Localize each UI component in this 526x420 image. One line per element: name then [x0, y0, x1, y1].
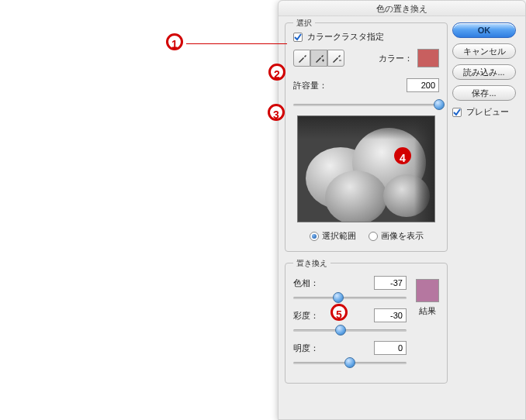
lightness-input[interactable] — [374, 341, 407, 355]
annotation-marker-5: 5 — [330, 304, 348, 321]
tolerance-input[interactable] — [407, 78, 439, 92]
selection-preview — [297, 115, 435, 222]
result-label: 結果 — [416, 305, 439, 317]
selection-legend: 選択 — [293, 18, 315, 29]
tolerance-slider[interactable] — [293, 98, 439, 111]
hue-input[interactable] — [374, 276, 407, 290]
dialog-title: 色の置き換え — [279, 1, 525, 16]
annotation-marker-4: 4 — [394, 147, 411, 164]
replace-legend: 置き換え — [293, 258, 330, 269]
radio-show-image[interactable]: 画像を表示 — [369, 230, 424, 242]
saturation-input[interactable] — [374, 308, 407, 322]
eyedropper-subtract-tool[interactable] — [327, 50, 344, 67]
preview-checkbox[interactable] — [452, 108, 462, 117]
radio-selection[interactable]: 選択範囲 — [310, 230, 356, 242]
tolerance-label: 許容量： — [293, 80, 327, 91]
eyedropper-add-tool[interactable] — [310, 50, 327, 67]
saturation-slider[interactable] — [293, 324, 407, 336]
replace-color-dialog: 色の置き換え 選択 カラークラスタ指定 — [278, 0, 526, 420]
annotation-marker-2: 2 — [268, 64, 285, 81]
hue-label: 色相： — [293, 277, 319, 289]
result-color-swatch[interactable] — [416, 279, 439, 302]
save-button[interactable]: 保存... — [452, 85, 516, 101]
annotation-line-1 — [186, 43, 287, 44]
hue-slider[interactable] — [293, 291, 407, 304]
color-cluster-checkbox[interactable] — [293, 33, 303, 42]
color-label: カラー： — [379, 53, 413, 64]
eyedropper-tool[interactable] — [293, 50, 310, 67]
replace-fieldset: 置き換え 色相： 彩度： — [285, 263, 448, 384]
lightness-label: 明度： — [293, 343, 319, 354]
source-color-swatch[interactable] — [417, 49, 439, 67]
cancel-button[interactable]: キャンセル — [452, 43, 516, 59]
selection-fieldset: 選択 カラークラスタ指定 — [285, 22, 448, 252]
color-cluster-label: カラークラスタ指定 — [307, 31, 384, 43]
annotation-marker-3: 3 — [268, 104, 285, 121]
preview-label: プレビュー — [466, 106, 509, 118]
lightness-slider[interactable] — [293, 356, 407, 369]
saturation-label: 彩度： — [293, 310, 319, 322]
ok-button[interactable]: OK — [452, 22, 516, 38]
load-button[interactable]: 読み込み... — [452, 64, 516, 80]
annotation-marker-1: 1 — [166, 33, 183, 50]
